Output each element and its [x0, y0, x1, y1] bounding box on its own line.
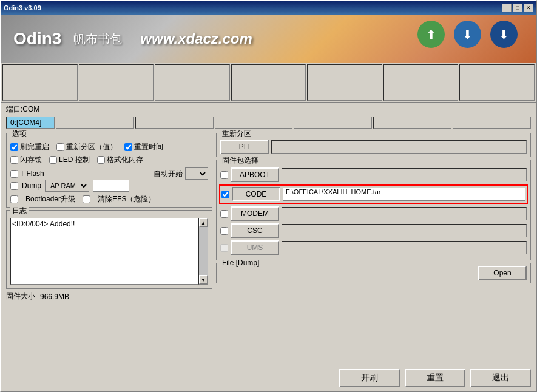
options-group: 选项 刷完重启 重新分区（值） 重置时间: [6, 133, 212, 208]
title-bar: Odin3 v3.09 ─ □ ✕: [1, 1, 536, 15]
csc-checkbox[interactable]: [220, 227, 228, 235]
log-content: <ID:0/004> Added!!: [12, 220, 75, 228]
com-row: 端口:COM: [6, 104, 531, 115]
bootloader-checkbox[interactable]: [10, 195, 18, 203]
ums-input: [282, 241, 527, 254]
log-cell-7: [459, 64, 535, 101]
dump-checkbox[interactable]: [10, 182, 18, 190]
reboot-checkbox-item[interactable]: 刷完重启: [10, 142, 49, 152]
com-value[interactable]: 0:[COM4]: [6, 117, 55, 129]
repartition-value-label: 重新分区（值）: [66, 142, 117, 152]
com-section: 端口:COM 0:[COM4]: [1, 103, 536, 130]
dump-label: Dump: [22, 181, 41, 190]
com-field-4: [215, 117, 293, 129]
reset-time-checkbox-item[interactable]: 重置时间: [124, 142, 163, 152]
scroll-up-btn[interactable]: ▲: [199, 218, 208, 227]
right-panel: 重新分区 PIT 固件包选择 APBOOT: [216, 133, 531, 362]
minimize-button[interactable]: ─: [502, 4, 512, 12]
firmware-row-apboot: APBOOT: [220, 167, 527, 182]
log-cell-1: [2, 64, 78, 101]
firmware-row-csc: CSC: [220, 223, 527, 238]
firmware-group: 固件包选择 APBOOT CODE F:\OFFICAL\XXAL: [216, 160, 531, 260]
csc-input[interactable]: [282, 224, 527, 237]
bottom-row: 开刷 重置 退出: [1, 365, 536, 391]
tflash-autostart-row: T Flash 自动开始 ─: [10, 167, 208, 180]
auto-start-select[interactable]: ─: [185, 167, 208, 180]
led-control-checkbox[interactable]: [49, 156, 57, 164]
icon-upload: ⬆: [417, 21, 445, 48]
pit-row: PIT: [220, 140, 527, 154]
log-cell-5: [307, 64, 382, 101]
tflash-checkbox-item[interactable]: T Flash: [10, 169, 44, 178]
csc-button[interactable]: CSC: [231, 223, 279, 238]
file-dump-group: File [Dump] Open: [216, 263, 531, 283]
reboot-checkbox[interactable]: [10, 143, 18, 151]
apboot-button[interactable]: APBOOT: [231, 167, 279, 182]
format-flash-checkbox-item[interactable]: 格式化闪存: [97, 155, 143, 165]
options-title: 选项: [10, 130, 29, 139]
com-field-6: [373, 117, 451, 129]
format-flash-checkbox[interactable]: [97, 156, 105, 164]
flash-lock-checkbox[interactable]: [10, 156, 18, 164]
left-panel: 选项 刷完重启 重新分区（值） 重置时间: [6, 133, 212, 362]
clear-efs-checkbox[interactable]: [83, 195, 90, 203]
exit-button[interactable]: 退出: [470, 369, 531, 387]
log-cell-4: [231, 64, 306, 101]
repartition-value-checkbox[interactable]: [56, 143, 64, 151]
reset-button[interactable]: 重置: [405, 369, 465, 387]
log-cell-6: [383, 64, 459, 101]
pit-input[interactable]: [271, 140, 527, 154]
pit-button[interactable]: PIT: [220, 140, 269, 154]
code-button[interactable]: CODE: [232, 187, 280, 201]
checkbox-row-2: 闪存锁 LED 控制 格式化闪存: [10, 155, 208, 165]
main-window: Odin3 v3.09 ─ □ ✕ Odin3 帆布书包 www.xdacz.c…: [0, 0, 537, 392]
scroll-track: [199, 227, 208, 275]
firmware-size-value: 966.9MB: [40, 292, 69, 301]
reset-time-checkbox[interactable]: [124, 143, 132, 151]
subtitle-text: 帆布书包: [73, 31, 122, 47]
reset-time-label: 重置时间: [134, 142, 163, 152]
open-button[interactable]: Open: [478, 266, 527, 280]
repartition-title: 重新分区: [220, 130, 253, 139]
close-button[interactable]: ✕: [524, 4, 533, 12]
log-container: <ID:0/004> Added!! ▲ ▼: [10, 218, 208, 285]
scroll-down-btn[interactable]: ▼: [199, 275, 208, 284]
url-text: www.xdacz.com: [140, 30, 252, 47]
repartition-group: 重新分区 PIT: [216, 133, 531, 157]
firmware-row-code: CODE F:\OFFICAL\XXALIH_HOME.tar: [219, 184, 528, 204]
logo-text: Odin3: [13, 29, 61, 49]
maximize-button[interactable]: □: [513, 4, 522, 12]
flash-lock-checkbox-item[interactable]: 闪存锁: [10, 155, 42, 165]
header-icons: ⬆ ⬇ ⬇: [417, 21, 518, 48]
modem-checkbox[interactable]: [220, 210, 228, 218]
clear-efs-label: 清除EFS（危险）: [98, 194, 155, 204]
dump-input[interactable]: [93, 180, 129, 192]
title-bar-buttons: ─ □ ✕: [502, 4, 533, 12]
apboot-input[interactable]: [282, 168, 527, 181]
tflash-checkbox[interactable]: [10, 170, 18, 178]
bootloader-label: Bootloader升级: [25, 194, 75, 204]
apboot-checkbox[interactable]: [220, 171, 228, 179]
ums-checkbox[interactable]: [220, 244, 228, 252]
log-text-area: <ID:0/004> Added!!: [10, 218, 198, 285]
flash-button[interactable]: 开刷: [339, 369, 400, 387]
firmware-row-modem: MODEM: [220, 206, 527, 221]
repartition-value-checkbox-item[interactable]: 重新分区（值）: [56, 142, 117, 152]
reboot-label: 刷完重启: [20, 142, 49, 152]
icon-download: ⬇: [490, 21, 518, 48]
code-input[interactable]: F:\OFFICAL\XXALIH_HOME.tar: [283, 188, 525, 201]
checkbox-row-1: 刷完重启 重新分区（值） 重置时间: [10, 142, 208, 152]
led-control-checkbox-item[interactable]: LED 控制: [49, 155, 90, 165]
ap-ram-select[interactable]: AP RAM: [45, 180, 89, 192]
log-scrollbar[interactable]: ▲ ▼: [198, 218, 208, 285]
firmware-title: 固件包选择: [220, 155, 260, 166]
com-fields-row: 0:[COM4]: [6, 117, 531, 129]
modem-input[interactable]: [282, 207, 527, 220]
com-field-7: [453, 117, 531, 129]
dump-row: Dump AP RAM: [10, 180, 208, 192]
code-checkbox[interactable]: [221, 191, 229, 198]
modem-button[interactable]: MODEM: [231, 206, 279, 221]
bootloader-row: Bootloader升级 清除EFS（危险）: [10, 194, 208, 204]
icon-settings: ⬇: [454, 21, 481, 48]
log-group: 日志 <ID:0/004> Added!! ▲ ▼: [6, 210, 212, 289]
